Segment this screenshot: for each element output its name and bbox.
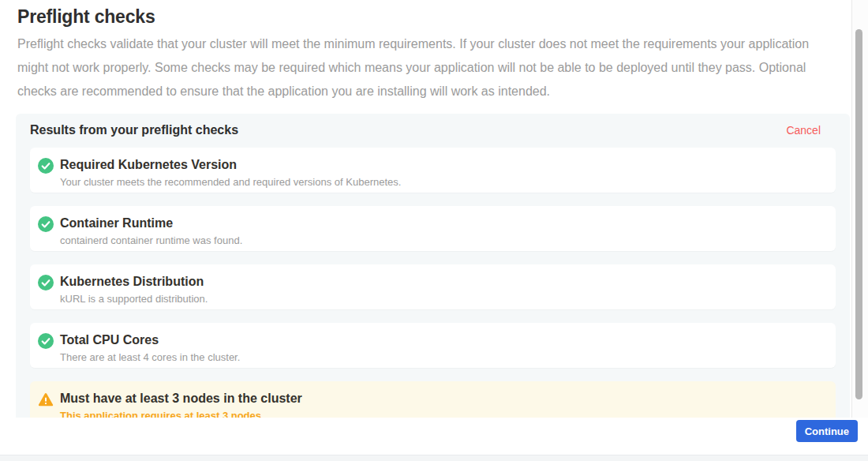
footer-bar: Continue: [0, 418, 868, 455]
preflight-results-panel: Results from your preflight checks Cance…: [16, 114, 850, 461]
check-title: Total CPU Cores: [60, 332, 240, 347]
check-title: Kubernetes Distribution: [60, 274, 208, 289]
warning-triangle-icon: [38, 392, 54, 407]
preflight-check-card: Container Runtime containerd container r…: [30, 206, 836, 251]
check-title: Container Runtime: [60, 216, 242, 230]
scrollbar-thumb[interactable]: [855, 29, 862, 399]
check-title: Must have at least 3 nodes in the cluste…: [60, 391, 302, 406]
check-message: containerd container runtime was found.: [60, 234, 242, 246]
preflight-check-card: Kubernetes Distribution kURL is a suppor…: [30, 264, 836, 309]
check-message: Your cluster meets the recommended and r…: [60, 176, 401, 188]
check-message: There are at least 4 cores in the cluste…: [60, 351, 240, 363]
page-title: Preflight checks: [17, 6, 821, 27]
preflight-check-card: Required Kubernetes Version Your cluster…: [30, 148, 836, 193]
check-results-list: Required Kubernetes Version Your cluster…: [30, 148, 836, 426]
continue-button[interactable]: Continue: [796, 420, 858, 442]
check-circle-icon: [38, 333, 54, 349]
check-message: kURL is a supported distribution.: [60, 293, 208, 305]
results-heading: Results from your preflight checks: [30, 123, 238, 137]
page-description: Preflight checks validate that your clus…: [17, 32, 821, 103]
check-circle-icon: [38, 216, 54, 232]
cancel-link[interactable]: Cancel: [786, 124, 821, 137]
check-title: Required Kubernetes Version: [60, 157, 401, 172]
check-circle-icon: [38, 158, 54, 174]
panel-header: Results from your preflight checks Cance…: [30, 123, 836, 137]
bottom-strip: [0, 455, 868, 461]
check-circle-icon: [38, 275, 54, 290]
preflight-check-card: Total CPU Cores There are at least 4 cor…: [30, 323, 836, 368]
preflight-content-area: Preflight checks Preflight checks valida…: [0, 0, 852, 461]
scrollbar[interactable]: [852, 0, 868, 418]
